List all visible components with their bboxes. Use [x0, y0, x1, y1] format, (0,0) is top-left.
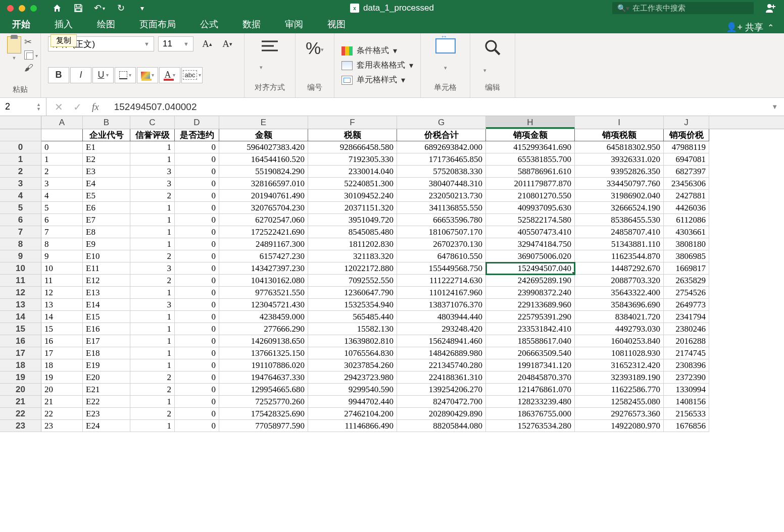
cell[interactable]: 175428325.690 — [219, 408, 308, 420]
fill-color-button[interactable]: ▾ — [137, 67, 158, 83]
underline-button[interactable]: U▾ — [92, 67, 114, 83]
cell[interactable]: 0 — [175, 287, 219, 299]
cell[interactable]: 0 — [175, 190, 219, 202]
cell[interactable]: 4303661 — [664, 226, 709, 238]
user-icon[interactable] — [765, 3, 776, 14]
cell[interactable]: 31986902.040 — [575, 190, 664, 202]
formula-value[interactable]: 152494507.040002 — [107, 101, 197, 113]
cell[interactable]: 13639802.810 — [308, 335, 397, 347]
cell[interactable]: 29423723.980 — [308, 371, 397, 384]
cell[interactable]: E23 — [83, 408, 130, 420]
shrink-font-icon[interactable]: A▾ — [218, 36, 237, 51]
cell[interactable]: 1 — [130, 141, 175, 153]
row-header[interactable]: 19 — [0, 371, 41, 384]
cell[interactable]: 2635829 — [664, 275, 709, 287]
header-cell[interactable]: 税额 — [308, 129, 397, 141]
cell[interactable]: 6157427.230 — [219, 250, 308, 262]
header-cell[interactable]: 信誉评级 — [130, 129, 175, 141]
cell[interactable]: 12 — [41, 287, 83, 299]
cell[interactable]: 242695289.190 — [486, 275, 575, 287]
row-header[interactable]: 11 — [0, 275, 41, 287]
fx-icon[interactable]: fx — [92, 101, 99, 113]
cell[interactable]: 341136855.550 — [397, 202, 486, 214]
cell[interactable]: 3 — [41, 178, 83, 190]
cell[interactable]: 380407448.310 — [397, 178, 486, 190]
cell[interactable]: 51343881.110 — [575, 238, 664, 250]
cell[interactable]: 0 — [175, 214, 219, 226]
row-header[interactable]: 16 — [0, 335, 41, 347]
col-header-G[interactable]: G — [397, 116, 486, 129]
col-header-D[interactable]: D — [175, 116, 219, 129]
cell[interactable]: 172522421.690 — [219, 226, 308, 238]
cell[interactable]: 0 — [175, 262, 219, 275]
cell[interactable]: 0 — [175, 420, 219, 432]
cell[interactable]: 1 — [130, 311, 175, 323]
header-cell[interactable] — [41, 129, 83, 141]
cell[interactable]: E20 — [83, 371, 130, 384]
cell[interactable]: 2380246 — [664, 323, 709, 335]
cell[interactable]: 320765704.230 — [219, 202, 308, 214]
cell[interactable]: 2 — [130, 371, 175, 384]
cell[interactable]: 1 — [130, 420, 175, 432]
header-cell[interactable]: 销项金额 — [486, 129, 575, 141]
cell[interactable]: E7 — [83, 214, 130, 226]
accept-formula-icon[interactable]: ✓ — [73, 101, 82, 113]
cell[interactable]: 0 — [175, 347, 219, 359]
cell[interactable]: 6 — [41, 214, 83, 226]
cell[interactable]: 1669817 — [664, 262, 709, 275]
tab-insert[interactable]: 插入 — [42, 15, 85, 33]
cell[interactable]: 3 — [130, 299, 175, 311]
cell[interactable]: 1 — [130, 202, 175, 214]
cell[interactable]: 6478610.550 — [397, 250, 486, 262]
cell[interactable]: 1 — [130, 323, 175, 335]
cell[interactable]: E15 — [83, 311, 130, 323]
cell[interactable]: E6 — [83, 202, 130, 214]
cell[interactable]: E19 — [83, 359, 130, 371]
cell[interactable]: 4426036 — [664, 202, 709, 214]
cell[interactable]: 7 — [41, 226, 83, 238]
cell[interactable]: 148426889.980 — [397, 347, 486, 359]
cell[interactable]: 20887703.320 — [575, 275, 664, 287]
cell[interactable]: 2 — [130, 408, 175, 420]
cell[interactable]: 0 — [175, 408, 219, 420]
italic-button[interactable]: I — [70, 67, 91, 83]
search-input[interactable]: 🔍▾ 在工作表中搜索 — [612, 2, 754, 14]
cell[interactable]: 199187341.120 — [486, 359, 575, 371]
cell[interactable]: 156248941.460 — [397, 335, 486, 347]
cell[interactable]: E2 — [83, 153, 130, 166]
undo-icon[interactable]: ↶▾ — [94, 3, 105, 13]
cell[interactable]: E18 — [83, 347, 130, 359]
cell[interactable]: 1330994 — [664, 384, 709, 396]
row-header[interactable]: 13 — [0, 299, 41, 311]
cell[interactable]: E16 — [83, 323, 130, 335]
cell[interactable]: 229133689.960 — [486, 299, 575, 311]
cut-icon[interactable]: ✂ — [24, 36, 33, 47]
cell[interactable]: 10765564.830 — [308, 347, 397, 359]
cell[interactable]: 10 — [41, 262, 83, 275]
cell[interactable]: 369075006.020 — [486, 250, 575, 262]
cell[interactable]: 2649773 — [664, 299, 709, 311]
cell[interactable]: E5 — [83, 190, 130, 202]
tab-layout[interactable]: 页面布局 — [127, 15, 188, 33]
tab-formula[interactable]: 公式 — [188, 15, 230, 33]
cell[interactable]: 20371151.320 — [308, 202, 397, 214]
paste-icon[interactable] — [7, 36, 21, 54]
cell[interactable]: 93952826.350 — [575, 166, 664, 178]
cell[interactable]: 129954665.680 — [219, 384, 308, 396]
cell[interactable]: 104130162.080 — [219, 275, 308, 287]
copy-icon[interactable]: ▾ — [24, 50, 33, 60]
cell[interactable]: 5 — [41, 202, 83, 214]
cell[interactable]: 2 — [41, 166, 83, 178]
cell[interactable]: 52240851.300 — [308, 178, 397, 190]
cell[interactable]: 191107886.020 — [219, 359, 308, 371]
cell[interactable]: 202890429.890 — [397, 408, 486, 420]
cell[interactable]: 0 — [175, 371, 219, 384]
cell[interactable]: 23 — [41, 420, 83, 432]
cell[interactable]: 1811202.830 — [308, 238, 397, 250]
tab-data[interactable]: 数据 — [230, 15, 273, 33]
cell[interactable]: E24 — [83, 420, 130, 432]
row-header[interactable]: 9 — [0, 250, 41, 262]
cell[interactable]: 121476861.070 — [486, 384, 575, 396]
cell[interactable]: 409937095.630 — [486, 202, 575, 214]
table-format-button[interactable]: 套用表格格式 ▾ — [341, 60, 413, 71]
